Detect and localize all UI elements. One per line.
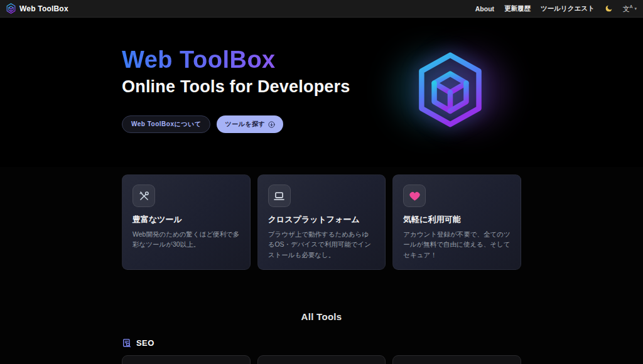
feature-description: ブラウザ上で動作するためあらゆるOS・デバイスで利用可能でインストールも必要なし…: [268, 229, 376, 260]
feature-title: 気軽に利用可能: [403, 214, 511, 225]
hero-subtitle: Online Tools for Developers: [122, 77, 350, 97]
nav-link-tool-request[interactable]: ツールリクエスト: [541, 4, 595, 13]
language-selector[interactable]: 文A ▾: [623, 4, 637, 13]
cube-logo-icon: [6, 3, 16, 14]
all-tools-heading: All Tools: [122, 311, 521, 322]
feature-card-tools: 豊富なツール Web開発のための驚くほど便利で多彩なツールが30以上。: [122, 174, 251, 270]
tool-card-suggest-keywords[interactable]: サジェストキーワード抽出 Google検索のサジェストキーワードを抽出する: [257, 355, 386, 364]
feature-cards: 豊富なツール Web開発のための驚くほど便利で多彩なツールが30以上。 クロスプ…: [122, 174, 521, 270]
nav-link-about[interactable]: About: [475, 5, 494, 13]
theme-toggle-button[interactable]: [605, 4, 613, 13]
laptop-icon: [268, 185, 291, 207]
moon-icon: [605, 4, 613, 13]
seo-doc-search-icon: [122, 338, 132, 348]
arrow-down-circle-icon: [268, 121, 275, 128]
seo-tools-grid: H1 見出し抽出（h1〜h6） ページの見出し（hタグ）を抽出する サジェストキ…: [122, 355, 521, 364]
cube-logo-large-icon: [417, 51, 484, 129]
feature-title: クロスプラットフォーム: [268, 214, 376, 225]
heart-icon: [403, 185, 426, 207]
hero-text: Web ToolBox Online Tools for Developers …: [122, 46, 350, 133]
chevron-down-icon: ▾: [634, 6, 637, 11]
hero-section: Web ToolBox Online Tools for Developers …: [0, 18, 643, 167]
find-tools-button[interactable]: ツールを探す: [217, 115, 283, 133]
brand-name: Web ToolBox: [19, 4, 68, 13]
feature-card-free: 気軽に利用可能 アカウント登録が不要で、全てのツールが無料で自由に使える、そして…: [392, 174, 521, 270]
tool-card-ogp-checker[interactable]: OGPチェッカー SNSシェア時のOGPタグ、OGP画像を確認する: [392, 355, 521, 364]
feature-description: アカウント登録が不要で、全てのツールが無料で自由に使える、そしてセキュア！: [403, 229, 511, 260]
feature-description: Web開発のための驚くほど便利で多彩なツールが30以上。: [132, 229, 240, 250]
nav-link-changelog[interactable]: 更新履歴: [504, 4, 531, 13]
seo-section-title: SEO: [136, 338, 154, 348]
brand-logo[interactable]: Web ToolBox: [6, 3, 68, 14]
seo-section-header: SEO: [122, 338, 521, 348]
tools-icon: [132, 185, 155, 207]
find-tools-label: ツールを探す: [225, 120, 265, 129]
about-webtoolbox-button[interactable]: Web ToolBoxについて: [122, 115, 210, 133]
tool-card-heading-extract[interactable]: H1 見出し抽出（h1〜h6） ページの見出し（hタグ）を抽出する: [122, 355, 251, 364]
top-navbar: Web ToolBox About 更新履歴 ツールリクエスト 文A ▾: [0, 0, 643, 18]
feature-card-crossplatform: クロスプラットフォーム ブラウザ上で動作するためあらゆるOS・デバイスで利用可能…: [257, 174, 386, 270]
hero-logo: [391, 43, 510, 137]
feature-title: 豊富なツール: [132, 214, 240, 225]
translate-icon: 文A: [623, 4, 633, 13]
hero-title: Web ToolBox: [122, 46, 350, 73]
